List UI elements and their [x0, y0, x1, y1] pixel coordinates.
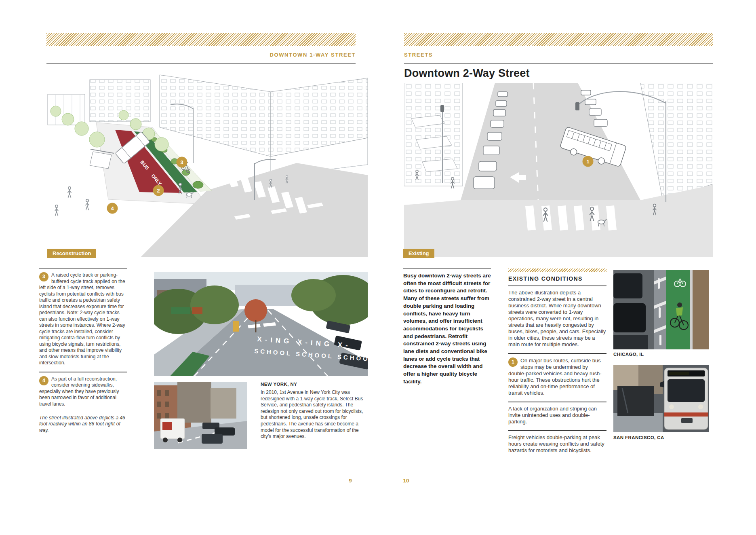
dimension-note: The street illustrated above depicts a 4…: [39, 415, 127, 433]
existing-conditions-p1: The above illustration depicts a constra…: [508, 290, 606, 348]
existing-illustration: 1: [404, 83, 713, 257]
photo-san-francisco-art: [613, 365, 709, 432]
reconstruction-label: Reconstruction: [47, 249, 96, 258]
section-rule: [403, 268, 491, 269]
section-hatch: [508, 269, 606, 272]
chicago-caption: CHICAGO, IL: [613, 352, 644, 357]
photo-new-york-avenue-art: X-ING X-ING X- SCHOOL SCHOOL SCHOOL: [154, 272, 368, 376]
existing-conditions-p3: Freight vehicles double-parking at peak …: [508, 434, 606, 454]
item-1-text: On major bus routes, curbside bus stops …: [508, 357, 602, 396]
section-rule: [508, 285, 606, 286]
section-rule: [508, 402, 606, 402]
section-rule: [39, 372, 127, 372]
photo-new-york-avenue: X-ING X-ING X- SCHOOL SCHOOL SCHOOL: [154, 272, 368, 376]
photo-new-york-street-art: [154, 382, 247, 449]
reconstruction-illustration: ONLY BUS: [44, 71, 368, 257]
marker-1-label: 1: [586, 159, 589, 165]
caption-location: NEW YORK, NY: [261, 382, 365, 387]
san-francisco-caption: SAN FRANCISCO, CA: [613, 435, 664, 440]
marker-4-label: 4: [111, 205, 114, 211]
item-3-number: 3: [39, 272, 48, 281]
photo-new-york-street: [154, 382, 247, 449]
numbered-item-3: 3A raised cycle track or parking-buffere…: [39, 272, 127, 366]
existing-label: Existing: [403, 249, 434, 258]
photo-san-francisco: [613, 365, 709, 432]
page-number-right: 10: [399, 478, 413, 484]
item-3-text: A raised cycle track or parking-buffered…: [39, 272, 125, 366]
item-4-number: 4: [39, 376, 48, 385]
marker-2-label: 2: [157, 188, 160, 194]
numbered-item-4: 4As part of a full reconstruction, consi…: [39, 376, 127, 408]
photo-chicago: [613, 270, 709, 349]
existing-illustration-wrap: 1: [404, 83, 713, 257]
existing-conditions-title: EXISTING CONDITIONS: [508, 275, 606, 282]
intro-column: Busy downtown 2-way streets are often th…: [403, 268, 491, 386]
numbered-item-1: 1On major bus routes, curbside bus stops…: [508, 357, 606, 396]
illustration-markers: 1: [583, 156, 594, 167]
existing-conditions-p2: A lack of organization and striping can …: [508, 406, 606, 425]
page-number-left: 9: [343, 478, 357, 484]
intro-paragraph: Busy downtown 2-way streets are often th…: [403, 272, 491, 386]
right-hatch-band: [404, 33, 713, 46]
reconstruction-illustration-wrap: ONLY BUS: [44, 71, 368, 257]
section-rule: [508, 353, 606, 354]
right-header-rule: [404, 63, 713, 64]
caption-text: In 2010, 1st Avenue in New York City was…: [261, 389, 365, 440]
existing-conditions-column: EXISTING CONDITIONS The above illustrati…: [508, 269, 606, 454]
item-1-number: 1: [508, 357, 518, 367]
left-hatch-band: [46, 33, 356, 46]
left-text-column: 3A raised cycle track or parking-buffere…: [39, 268, 127, 433]
left-running-header: DOWNTOWN 1-WAY STREET: [46, 52, 356, 58]
new-york-caption: NEW YORK, NY In 2010, 1st Avenue in New …: [261, 382, 365, 440]
marker-3-label: 3: [180, 159, 183, 165]
page-title: Downtown 2-Way Street: [404, 67, 530, 80]
section-rule: [508, 430, 606, 431]
item-4-text: As part of a full reconstruction, consid…: [39, 376, 119, 407]
section-rule: [39, 268, 127, 269]
document-spread: DOWNTOWN 1-WAY STREET: [0, 0, 756, 535]
left-header-rule: [46, 63, 356, 64]
right-running-header: STREETS: [404, 52, 713, 58]
photo-chicago-art: [613, 270, 709, 349]
